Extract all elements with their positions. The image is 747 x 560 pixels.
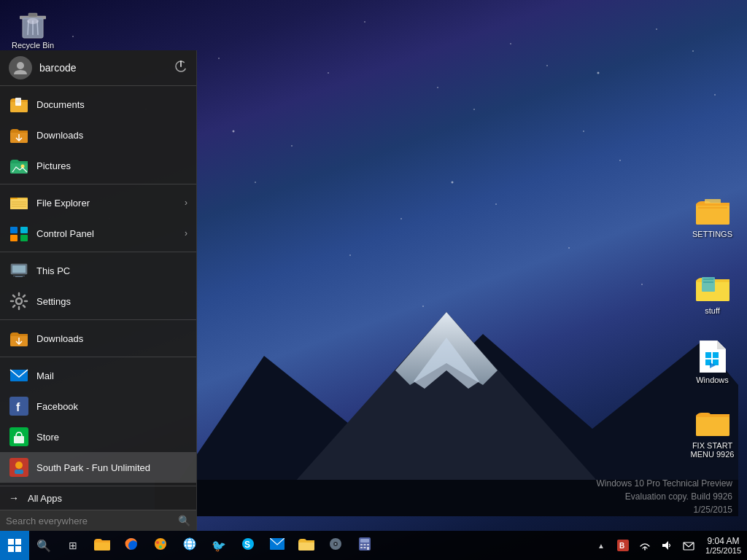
svg-line-53	[13, 306, 15, 307]
taskbar-search-icon: 🔍	[36, 539, 51, 553]
file-explorer-label: File Explorer	[36, 198, 185, 209]
search-icon[interactable]: 🔍	[178, 515, 190, 526]
windows-doc-image	[695, 339, 730, 374]
svg-rect-40	[20, 235, 28, 241]
svg-point-67	[159, 545, 162, 548]
menu-item-downloads-bottom[interactable]: Downloads	[0, 323, 196, 354]
volume-icon[interactable]	[656, 531, 678, 560]
notification-icon[interactable]	[678, 531, 700, 560]
svg-text:B: B	[619, 542, 624, 550]
separator-1	[0, 184, 196, 184]
taskbar-firefox-button[interactable]	[117, 531, 146, 560]
svg-rect-44	[13, 276, 25, 276]
taskbar-folder-button[interactable]	[292, 531, 321, 560]
menu-item-downloads-top[interactable]: Downloads	[0, 120, 196, 150]
taskbar-fileexplorer-button[interactable]	[88, 531, 117, 560]
menu-item-pictures[interactable]: Pictures	[0, 150, 196, 181]
twitter-icon: 🐦	[212, 539, 226, 553]
facebook-icon: f	[9, 396, 29, 416]
menu-item-store[interactable]: Store	[0, 421, 196, 452]
documents-label: Documents	[36, 99, 187, 110]
stuff-desktop-icon[interactable]: stuff	[685, 270, 740, 315]
clock-date: 1/25/2015	[705, 546, 741, 555]
taskbar-ie-button[interactable]	[175, 531, 204, 560]
svg-rect-78	[360, 539, 369, 542]
file-explorer-icon	[9, 192, 29, 213]
start-button[interactable]	[0, 531, 29, 560]
svg-point-23	[17, 62, 24, 69]
separator-4	[0, 357, 196, 357]
windows-logo	[8, 539, 21, 552]
recycle-bin-icon[interactable]: Recycle Bin	[7, 7, 58, 52]
taskbar-search-button[interactable]: 🔍	[29, 531, 58, 560]
menu-item-facebook[interactable]: f Facebook	[0, 391, 196, 421]
taskbar-folder2-icon	[298, 537, 314, 554]
documents-icon	[9, 94, 29, 114]
taskbar-clock[interactable]: 9:04 AM 1/25/2015	[700, 531, 747, 560]
separator-3	[0, 319, 196, 320]
settings-desktop-label: SETTINGS	[692, 230, 732, 238]
menu-item-south-park[interactable]: South Park - Fun Unlimited	[0, 452, 196, 483]
svg-rect-7	[28, 13, 37, 17]
south-park-label: South Park - Fun Unlimited	[36, 462, 187, 473]
system-tray: ▲ B	[590, 531, 747, 560]
windows-watermark: Windows 10 Pro Technical Preview Evaluat…	[596, 477, 732, 516]
tray-badge-icon[interactable]: B	[612, 531, 634, 560]
svg-rect-13	[698, 207, 727, 209]
svg-rect-83	[364, 547, 366, 548]
menu-item-mail[interactable]: Mail	[0, 360, 196, 391]
svg-rect-84	[367, 547, 369, 550]
svg-rect-39	[10, 235, 18, 241]
taskbar-media-button[interactable]	[321, 531, 350, 560]
svg-text:S: S	[244, 540, 250, 550]
paint-icon	[153, 537, 168, 555]
fix-start-menu-desktop-icon[interactable]: FIX START MENU 9926	[685, 405, 740, 459]
svg-rect-19	[713, 352, 719, 358]
menu-item-control-panel[interactable]: Control Panel ›	[0, 218, 196, 249]
network-icon[interactable]	[634, 531, 656, 560]
downloads-top-label: Downloads	[36, 130, 187, 141]
menu-item-this-pc[interactable]: This PC	[0, 255, 196, 286]
taskbar-mail-icon	[270, 538, 285, 553]
menu-item-file-explorer[interactable]: File Explorer ›	[0, 187, 196, 218]
start-menu-items: Documents Downloads	[0, 86, 196, 486]
settings-icon	[9, 291, 29, 311]
user-avatar	[9, 56, 32, 79]
taskbar-twitter-button[interactable]: 🐦	[204, 531, 233, 560]
all-apps-arrow-icon: →	[9, 492, 19, 504]
svg-rect-37	[10, 227, 18, 233]
taskbar-folder-icon	[94, 537, 110, 554]
recycle-bin-image	[18, 10, 47, 39]
taskbar-calculator-button[interactable]	[350, 531, 379, 560]
svg-point-45	[16, 298, 22, 304]
separator-2	[0, 252, 196, 252]
start-search-bar: 🔍	[0, 510, 196, 531]
media-icon	[328, 537, 343, 555]
search-input[interactable]	[6, 516, 178, 526]
svg-point-65	[156, 541, 159, 544]
windows-doc-desktop-icon[interactable]: Windows	[685, 339, 740, 384]
start-menu-user-section: barcode	[0, 50, 196, 86]
svg-rect-26	[15, 98, 21, 106]
menu-item-documents[interactable]: Documents	[0, 89, 196, 120]
show-hidden-icons-button[interactable]: ▲	[590, 531, 612, 560]
settings-folder-image	[695, 193, 730, 228]
svg-marker-87	[662, 541, 668, 550]
clock-time: 9:04 AM	[708, 536, 740, 546]
downloads-top-icon	[9, 125, 29, 145]
taskbar-skype-button[interactable]: S	[233, 531, 263, 560]
this-pc-label: This PC	[36, 265, 187, 276]
svg-line-51	[23, 306, 25, 307]
settings-desktop-icon[interactable]: SETTINGS	[685, 193, 740, 238]
skype-icon: S	[241, 537, 255, 555]
menu-item-settings[interactable]: Settings	[0, 286, 196, 316]
store-icon	[9, 427, 29, 447]
ie-icon	[182, 537, 197, 555]
taskbar-mail-button[interactable]	[263, 531, 292, 560]
mail-icon	[9, 365, 29, 386]
power-button[interactable]	[174, 60, 187, 77]
taskbar-paint-button[interactable]	[146, 531, 175, 560]
taskbar-taskview-button[interactable]: ⊞	[58, 531, 88, 560]
svg-point-12	[27, 18, 39, 24]
all-apps-button[interactable]: → All Apps	[0, 486, 196, 510]
